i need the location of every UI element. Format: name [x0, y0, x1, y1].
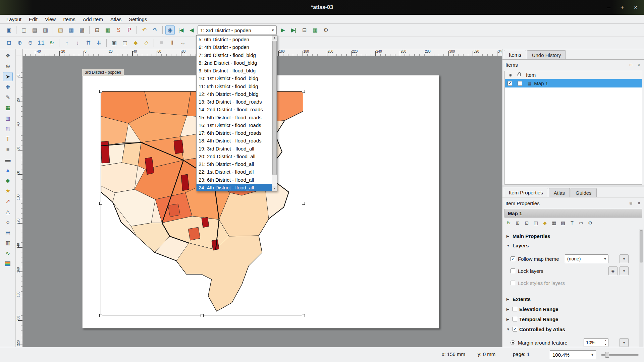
float-dock-icon[interactable]: ⊞: [628, 62, 634, 68]
atlas-feature-option[interactable]: 20: 2nd District - flood_all: [197, 153, 272, 160]
atlas-feature-combobox[interactable]: 1: 3rd District - popden ▾: [198, 25, 277, 35]
items-tree[interactable]: ◉ Item ✓ ▦ Map 1: [504, 71, 642, 185]
set-scale-button[interactable]: ◫: [532, 219, 540, 227]
tab-atlas[interactable]: Atlas: [549, 188, 570, 197]
scrollbar-thumb[interactable]: [640, 230, 643, 262]
atlas-feature-option[interactable]: 13: 3rd District - flood_roads: [197, 98, 272, 106]
send-to-back-button[interactable]: ⇊: [94, 38, 104, 48]
minimize-button[interactable]: –: [605, 4, 612, 11]
view-extent-in-canvas-button[interactable]: ⊡: [523, 219, 531, 227]
export-atlas-button[interactable]: ▦: [310, 25, 320, 35]
atlas-last-button[interactable]: ▶|: [289, 25, 298, 35]
selection-handle[interactable]: [99, 202, 102, 205]
add-attribute-table-tool[interactable]: ▤: [3, 228, 13, 237]
scroll-up-icon[interactable]: ▲: [272, 36, 277, 40]
grid-settings-button[interactable]: ▦: [550, 219, 558, 227]
section-extents[interactable]: ▶ Extents: [502, 295, 638, 303]
atlas-feature-option[interactable]: 23: 6th District - flood_all: [197, 176, 272, 184]
move-item-content-tool[interactable]: ✚: [3, 82, 13, 92]
group-items-button[interactable]: ▣: [109, 38, 119, 48]
scrollbar-thumb[interactable]: [272, 41, 277, 175]
edit-nodes-tool[interactable]: ✎: [3, 93, 13, 102]
theme-override-button[interactable]: ▾: [620, 254, 629, 263]
undo-button[interactable]: ↶: [140, 25, 149, 35]
tab-items[interactable]: Items: [504, 50, 526, 59]
lock-layers-eye-button[interactable]: ◉: [608, 266, 618, 275]
zoom-slider[interactable]: [601, 354, 639, 356]
atlas-feature-option[interactable]: 5: 6th District - popden: [197, 36, 272, 43]
color-swatches-tool[interactable]: [3, 259, 13, 268]
section-temporal-range[interactable]: ▶ Temporal Range: [502, 315, 638, 323]
map1-lock-checkbox[interactable]: [518, 81, 522, 86]
menubar-item[interactable]: Settings: [125, 15, 151, 23]
resize-items-button[interactable]: ↔: [178, 38, 187, 48]
tab-undo-history[interactable]: Undo History: [527, 50, 566, 59]
bring-to-front-button[interactable]: ⇈: [84, 38, 93, 48]
menubar-item[interactable]: Atlas: [107, 15, 125, 23]
spinbox-arrows[interactable]: ▴ ▾: [603, 339, 608, 347]
add-map-tool[interactable]: ▦: [3, 103, 13, 112]
selection-handle[interactable]: [99, 90, 102, 93]
ungroup-items-button[interactable]: ▢: [120, 38, 129, 48]
properties-scrollbar[interactable]: [639, 229, 643, 347]
combobox-dropdown-icon[interactable]: ▾: [269, 26, 276, 35]
atlas-feature-option[interactable]: 14: 2nd District - flood_roads: [197, 106, 272, 113]
add-shape-tool[interactable]: ◆: [3, 176, 13, 185]
atlas-feature-option[interactable]: 9: 5th District - flood_bldg: [197, 67, 272, 74]
zoom-in-button[interactable]: ⊕: [15, 38, 24, 48]
add-3d-map-tool[interactable]: ▧: [3, 114, 13, 123]
add-legend-tool[interactable]: ≡: [3, 145, 13, 154]
spin-down-icon[interactable]: ▾: [603, 343, 608, 347]
dropdown-scrollbar[interactable]: ▲ ▼: [272, 36, 277, 191]
add-north-arrow-tool[interactable]: ▲: [3, 166, 13, 175]
distribute-items-button[interactable]: ‖: [167, 38, 177, 48]
margin-override-button[interactable]: ▾: [620, 338, 629, 347]
margin-spinbox[interactable]: 10% ▴ ▾: [584, 338, 608, 347]
section-layers[interactable]: ▼ Layers: [502, 241, 638, 250]
print-atlas-button[interactable]: ⊟: [300, 25, 309, 35]
atlas-feature-option[interactable]: 7: 3rd District - flood_bldg: [197, 51, 272, 59]
selection-handle[interactable]: [302, 202, 305, 205]
export-pdf-button[interactable]: P: [124, 25, 134, 35]
save-as-template-button[interactable]: ▦: [66, 25, 76, 35]
atlas-feature-option[interactable]: 24: 4th District - flood_all: [197, 184, 272, 191]
margin-around-feature-radio[interactable]: [511, 340, 515, 345]
zoom-slider-handle[interactable]: [605, 352, 609, 358]
combobox-dropdown-icon[interactable]: ▾: [589, 353, 596, 357]
atlas-feature-option[interactable]: 8: 2nd District - flood_bldg: [197, 59, 272, 67]
menubar-item[interactable]: Items: [59, 15, 79, 23]
map1-visibility-checkbox[interactable]: ✓: [507, 81, 512, 86]
atlas-feature-option[interactable]: 12: 4th District - flood_bldg: [197, 90, 272, 98]
maximize-button[interactable]: +: [619, 4, 626, 11]
atlas-feature-option[interactable]: 15: 5th District - flood_roads: [197, 114, 272, 121]
atlas-next-button[interactable]: ▶: [278, 25, 287, 35]
menubar-item[interactable]: Edit: [25, 15, 41, 23]
spin-up-icon[interactable]: ▴: [603, 339, 608, 343]
atlas-feature-dropdown[interactable]: 5: 6th District - popden 6: 4th District…: [196, 35, 277, 191]
print-layout-button[interactable]: ⊟: [92, 25, 102, 35]
lock-styles-checkbox[interactable]: [511, 281, 515, 285]
duplicate-layout-button[interactable]: ▤: [30, 25, 39, 35]
unlock-items-button[interactable]: ◇: [142, 38, 151, 48]
tab-item-properties[interactable]: Item Properties: [504, 188, 548, 197]
map-theme-combobox[interactable]: (none) ▾: [565, 254, 608, 263]
new-layout-button[interactable]: ▢: [19, 25, 29, 35]
add-picture-tool[interactable]: ▨: [3, 124, 13, 133]
temporal-range-checkbox[interactable]: [513, 317, 517, 321]
atlas-feature-option[interactable]: 10: 1st District - flood_bldg: [197, 74, 272, 82]
lock-layers-override-button[interactable]: ▾: [620, 266, 629, 275]
selection-handle[interactable]: [201, 314, 204, 317]
atlas-first-button[interactable]: |◀: [176, 25, 185, 35]
section-elevation-range[interactable]: ▶ Elevation Range: [502, 305, 638, 313]
atlas-prev-button[interactable]: ◀: [187, 25, 196, 35]
items-tree-row-map1[interactable]: ✓ ▦ Map 1: [505, 79, 642, 87]
save-project-button[interactable]: ▣: [4, 25, 13, 35]
label-settings-button[interactable]: T: [568, 219, 576, 227]
scroll-down-icon[interactable]: ▼: [272, 186, 277, 191]
set-extent-to-canvas-button[interactable]: ⊞: [514, 219, 522, 227]
clipping-settings-button[interactable]: ✂: [577, 219, 585, 227]
zoom-actual-button[interactable]: 1:1: [36, 38, 46, 48]
lock-layers-checkbox[interactable]: [511, 268, 515, 273]
float-dock-icon[interactable]: ⊞: [628, 200, 634, 206]
add-scalebar-tool[interactable]: ▬: [3, 155, 13, 164]
